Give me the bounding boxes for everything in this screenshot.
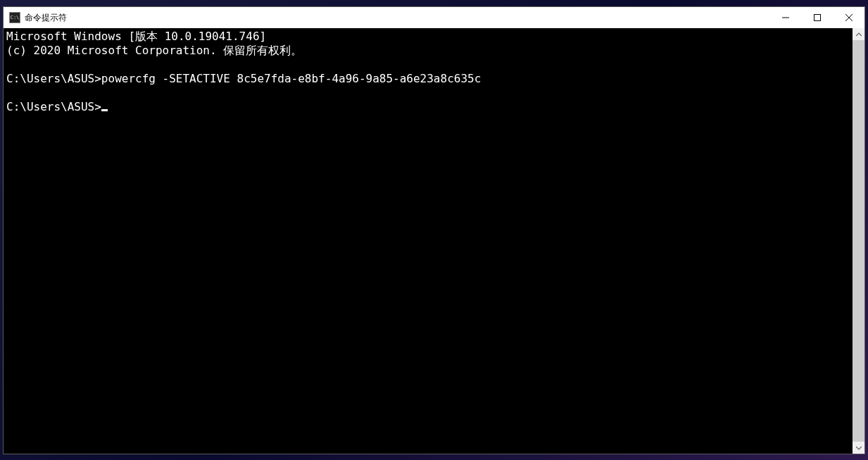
window-controls: [769, 7, 864, 28]
scroll-down-button[interactable]: [853, 442, 864, 454]
terminal-line: (c) 2020 Microsoft Corporation. 保留所有权利。: [6, 44, 850, 58]
minimize-button[interactable]: [769, 7, 801, 28]
maximize-button[interactable]: [801, 7, 833, 28]
close-icon: [845, 14, 853, 21]
minimize-icon: [782, 14, 789, 21]
maximize-icon: [814, 14, 821, 21]
terminal-content[interactable]: Microsoft Windows [版本 10.0.19041.746](c)…: [4, 28, 853, 454]
chevron-down-icon: [856, 445, 862, 451]
command-prompt-window: C:\ 命令提示符 Microsoft Windows [版本 10.0.190…: [3, 6, 865, 454]
cursor: [101, 109, 108, 111]
terminal-line: [6, 86, 850, 100]
app-icon: C:\: [9, 12, 20, 23]
close-button[interactable]: [833, 7, 864, 28]
scroll-thumb[interactable]: [853, 40, 864, 442]
chevron-up-icon: [856, 32, 862, 37]
vertical-scrollbar[interactable]: [853, 28, 864, 454]
window-title: 命令提示符: [25, 12, 67, 24]
titlebar[interactable]: C:\ 命令提示符: [4, 7, 864, 28]
terminal-line: C:\Users\ASUS>powercfg -SETACTIVE 8c5e7f…: [6, 72, 850, 86]
terminal-line: C:\Users\ASUS>: [6, 100, 850, 114]
terminal-line: [6, 58, 850, 72]
terminal-area: Microsoft Windows [版本 10.0.19041.746](c)…: [4, 28, 864, 454]
terminal-line: Microsoft Windows [版本 10.0.19041.746]: [6, 30, 850, 44]
svg-rect-1: [814, 15, 820, 21]
scroll-up-button[interactable]: [853, 28, 864, 40]
titlebar-left: C:\ 命令提示符: [9, 12, 67, 24]
scroll-track[interactable]: [853, 40, 864, 442]
